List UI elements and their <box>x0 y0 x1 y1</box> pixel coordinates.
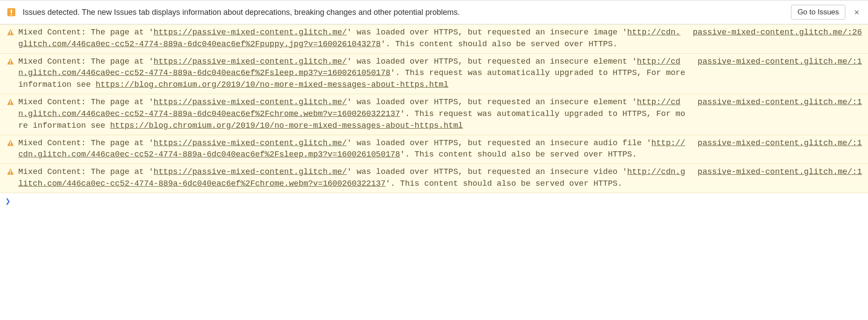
source-link[interactable]: passive-mixed-content.glitch.me/:1 <box>698 97 862 109</box>
close-icon[interactable]: × <box>851 8 862 17</box>
console-warning-row[interactable]: Mixed Content: The page at 'https://pass… <box>0 54 868 94</box>
warning-icon <box>5 167 16 176</box>
svg-rect-12 <box>10 174 11 174</box>
svg-rect-11 <box>10 170 11 173</box>
svg-rect-3 <box>10 31 11 33</box>
svg-rect-8 <box>10 103 11 104</box>
source-link[interactable]: passive-mixed-content.glitch.me/:1 <box>698 138 862 150</box>
page-url-link[interactable]: https://passive-mixed-content.glitch.me/ <box>154 28 347 37</box>
go-to-issues-button[interactable]: Go to Issues <box>791 5 845 20</box>
warning-icon <box>5 56 16 65</box>
svg-rect-9 <box>10 142 11 144</box>
svg-rect-6 <box>10 63 11 64</box>
console-warning-row[interactable]: Mixed Content: The page at 'https://pass… <box>0 24 868 54</box>
console-warning-row[interactable]: Mixed Content: The page at 'https://pass… <box>0 135 868 164</box>
svg-rect-2 <box>10 14 12 15</box>
info-url-link[interactable]: https://blog.chromium.org/2019/10/no-mor… <box>96 80 448 89</box>
svg-rect-4 <box>10 34 11 34</box>
console-warning-row[interactable]: Mixed Content: The page at 'https://pass… <box>0 94 868 135</box>
svg-rect-10 <box>10 144 11 145</box>
page-url-link[interactable]: https://passive-mixed-content.glitch.me/ <box>154 57 347 66</box>
svg-rect-1 <box>10 10 12 13</box>
console-message-list: Mixed Content: The page at 'https://pass… <box>0 24 868 193</box>
info-url-link[interactable]: https://blog.chromium.org/2019/10/no-mor… <box>110 121 463 130</box>
console-message-text: Mixed Content: The page at 'https://pass… <box>18 27 682 51</box>
console-message-text: Mixed Content: The page at 'https://pass… <box>18 167 687 190</box>
page-url-link[interactable]: https://passive-mixed-content.glitch.me/ <box>154 139 347 148</box>
issues-bar-message: Issues detected. The new Issues tab disp… <box>23 8 785 17</box>
console-warning-row[interactable]: Mixed Content: The page at 'https://pass… <box>0 164 868 193</box>
console-message-text: Mixed Content: The page at 'https://pass… <box>18 56 687 91</box>
page-url-link[interactable]: https://passive-mixed-content.glitch.me/ <box>154 98 347 107</box>
console-prompt[interactable]: ❯ <box>0 193 868 209</box>
source-link[interactable]: passive-mixed-content.glitch.me/:1 <box>698 167 862 178</box>
chevron-right-icon: ❯ <box>5 196 10 206</box>
issues-bar: Issues detected. The new Issues tab disp… <box>0 0 868 24</box>
svg-rect-7 <box>10 101 11 103</box>
warning-icon <box>5 138 16 147</box>
console-message-text: Mixed Content: The page at 'https://pass… <box>18 97 687 132</box>
issues-icon <box>6 7 17 17</box>
page-url-link[interactable]: https://passive-mixed-content.glitch.me/ <box>154 167 347 177</box>
console-message-text: Mixed Content: The page at 'https://pass… <box>18 138 687 161</box>
source-link[interactable]: passive-mixed-content.glitch.me/:26 <box>693 27 862 39</box>
warning-icon <box>5 27 16 36</box>
source-link[interactable]: passive-mixed-content.glitch.me/:1 <box>698 56 862 68</box>
svg-rect-5 <box>10 60 11 62</box>
warning-icon <box>5 97 16 106</box>
